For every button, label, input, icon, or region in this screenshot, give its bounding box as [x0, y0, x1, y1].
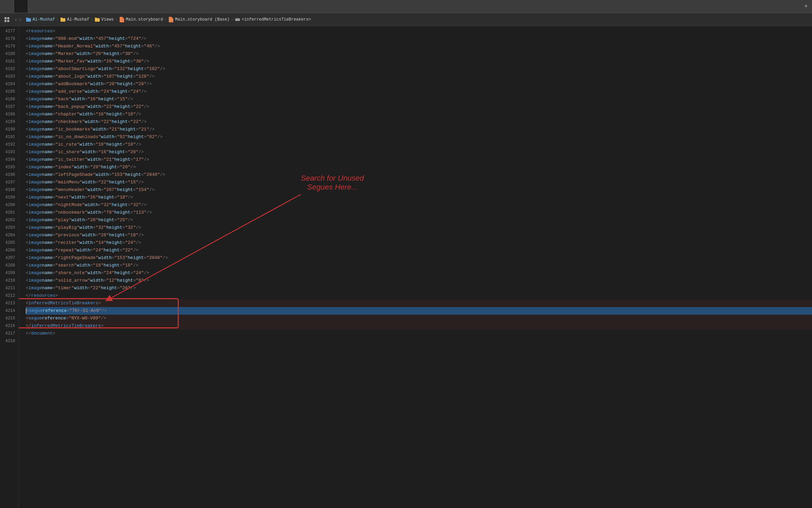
line-number-4191: 4191	[0, 133, 19, 141]
line-number-4179: 4179	[0, 43, 19, 50]
line-number-4218: 4218	[0, 337, 19, 345]
code-line-4182[interactable]: <image name="aboutSmartLogo" width="132"…	[26, 65, 812, 73]
breadcrumb-sep-2: ›	[91, 17, 93, 22]
breadcrumb-tag-icon: </>	[235, 17, 240, 22]
code-line-4201[interactable]: <image name="nobookmark" width="70" heig…	[26, 209, 812, 216]
tab-mainstoryboard[interactable]	[14, 0, 28, 13]
code-line-4210[interactable]: <image name="solid_arrow" width="12" hei…	[26, 277, 812, 284]
svg-rect-0	[4, 17, 7, 19]
code-line-4193[interactable]: <image name="ic_share" width="16" height…	[26, 148, 812, 156]
line-number-4194: 4194	[0, 156, 19, 163]
line-number-4210: 4210	[0, 277, 19, 284]
code-line-4183[interactable]: <image name="about_logo" width="107" hei…	[26, 73, 812, 80]
line-number-4197: 4197	[0, 179, 19, 186]
tab-appdelegate[interactable]	[0, 0, 14, 13]
code-line-4197[interactable]: <image name="mainMenu" width="22" height…	[26, 179, 812, 186]
breadcrumb-sep-5: ›	[231, 17, 233, 22]
nav-arrows: ‹ ›	[14, 17, 22, 22]
breadcrumb-item-almushaf-1[interactable]: Al-Mushaf	[33, 17, 55, 22]
code-line-4189[interactable]: <image name="checkmark" width="22" heigh…	[26, 118, 812, 126]
title-bar: +	[0, 0, 812, 13]
line-number-4209: 4209	[0, 269, 19, 277]
code-line-4192[interactable]: <image name="ic_rate" width="18" height=…	[26, 141, 812, 148]
line-number-4182: 4182	[0, 65, 19, 73]
line-number-4216: 4216	[0, 322, 19, 330]
line-number-4185: 4185	[0, 88, 19, 95]
line-number-4201: 4201	[0, 209, 19, 216]
breadcrumb-folder-icon-3	[95, 17, 100, 22]
line-number-4193: 4193	[0, 148, 19, 156]
line-number-4189: 4189	[0, 118, 19, 126]
grid-icon[interactable]	[3, 16, 10, 23]
code-line-4199[interactable]: <image name="next" width="26" height="18…	[26, 194, 812, 201]
line-number-4213: 4213	[0, 300, 19, 307]
code-line-4177[interactable]: <resources>	[26, 27, 812, 35]
code-line-4191[interactable]: <image name="ic_no_downloads" width="92"…	[26, 133, 812, 141]
line-number-4196: 4196	[0, 171, 19, 179]
breadcrumb-item-inferred-metrics[interactable]: <inferredMetricsTieBreakers>	[242, 17, 311, 22]
code-line-4211[interactable]: <image name="timer" width="22" height="2…	[26, 284, 812, 292]
code-line-4208[interactable]: <image name="search" width="18" height="…	[26, 262, 812, 269]
code-line-4198[interactable]: <image name="menuHeader" width="267" hei…	[26, 186, 812, 194]
svg-rect-1	[7, 17, 9, 19]
line-number-4203: 4203	[0, 224, 19, 232]
nav-back-icon[interactable]: ‹	[14, 17, 17, 22]
code-line-4194[interactable]: <image name="ic_twitter" width="21" heig…	[26, 156, 812, 163]
line-number-4190: 4190	[0, 126, 19, 133]
line-number-4204: 4204	[0, 232, 19, 239]
code-line-4200[interactable]: <image name="nightMode" width="32" heigh…	[26, 201, 812, 209]
line-number-4206: 4206	[0, 247, 19, 254]
code-line-4190[interactable]: <image name="ic_bookmarks" width="21" he…	[26, 126, 812, 133]
tab-add-button[interactable]: +	[800, 3, 812, 10]
code-line-4178[interactable]: <image name="008-mod" width="457" height…	[26, 35, 812, 43]
line-number-4177: 4177	[0, 27, 19, 35]
breadcrumb-folder-icon-1	[26, 17, 31, 22]
breadcrumb-file-icon-2	[168, 17, 174, 22]
code-line-4213[interactable]: <inferredMetricsTieBreakers>	[26, 300, 812, 307]
code-line-4186[interactable]: <image name="back" width="16" height="15…	[26, 95, 812, 103]
line-number-4200: 4200	[0, 201, 19, 209]
svg-rect-3	[7, 20, 9, 22]
code-line-4196[interactable]: <image name="leftPageShade" width="153" …	[26, 171, 812, 179]
breadcrumb-sep-3: ›	[115, 17, 118, 22]
line-number-4180: 4180	[0, 50, 19, 58]
line-number-4195: 4195	[0, 163, 19, 171]
breadcrumb: ‹ › Al-Mushaf › Al-Mushaf › Views › Main…	[0, 13, 812, 26]
code-line-4215[interactable]: <segue reference="NYX-W0-V99"/>	[26, 315, 812, 322]
code-line-4203[interactable]: <image name="playBig" width="32" height=…	[26, 224, 812, 232]
nav-forward-icon[interactable]: ›	[19, 17, 21, 22]
breadcrumb-item-main-storyboard[interactable]: Main.storyboard	[126, 17, 163, 22]
code-line-4195[interactable]: <image name="index" width="20" height="2…	[26, 163, 812, 171]
code-line-4185[interactable]: <image name="add_verse" width="24" heigh…	[26, 88, 812, 95]
breadcrumb-file-icon-1	[119, 17, 124, 22]
code-area: 4177417841794180418141824183418441854186…	[0, 26, 812, 508]
code-content[interactable]: <resources> <image name="008-mod" width=…	[19, 26, 812, 508]
code-line-4187[interactable]: <image name="back_popup" width="22" heig…	[26, 103, 812, 111]
code-line-4184[interactable]: <image name="addBookmark" width="20" hei…	[26, 80, 812, 88]
code-line-4206[interactable]: <image name="repeat" width="24" height="…	[26, 247, 812, 254]
code-line-4218[interactable]	[26, 337, 812, 345]
code-line-4181[interactable]: <image name="Marker_fav" width="26" heig…	[26, 58, 812, 65]
breadcrumb-item-views[interactable]: Views	[101, 17, 114, 22]
code-line-4207[interactable]: <image name="rightPageShade" width="153"…	[26, 254, 812, 262]
code-line-4217[interactable]: </document>	[26, 330, 812, 337]
code-line-4202[interactable]: <image name="play" width="20" height="25…	[26, 216, 812, 224]
line-number-4184: 4184	[0, 80, 19, 88]
breadcrumb-item-almushaf-2[interactable]: Al-Mushaf	[67, 17, 89, 22]
code-line-4205[interactable]: <image name="reciter" width="14" height=…	[26, 239, 812, 247]
code-line-4212[interactable]: </resources>	[26, 292, 812, 300]
line-number-4183: 4183	[0, 73, 19, 80]
line-number-4207: 4207	[0, 254, 19, 262]
breadcrumb-item-main-storyboard-base[interactable]: Main.storyboard (Base)	[175, 17, 229, 22]
line-number-4198: 4198	[0, 186, 19, 194]
line-number-4217: 4217	[0, 330, 19, 337]
code-line-4216[interactable]: </inferredMetricsTieBreakers>	[26, 322, 812, 330]
line-number-4212: 4212	[0, 292, 19, 300]
code-line-4204[interactable]: <image name="previous" width="26" height…	[26, 232, 812, 239]
code-line-4188[interactable]: <image name="chapter" width="16" height=…	[26, 111, 812, 118]
code-line-4214[interactable]: <segue reference="TKr-S1-An9"/>	[26, 307, 812, 315]
code-line-4209[interactable]: <image name="share_note" width="24" heig…	[26, 269, 812, 277]
code-line-4180[interactable]: <image name="Marker" width="26" height="…	[26, 50, 812, 58]
line-number-4187: 4187	[0, 103, 19, 111]
code-line-4179[interactable]: <image name="Header_Normal" width="457" …	[26, 43, 812, 50]
